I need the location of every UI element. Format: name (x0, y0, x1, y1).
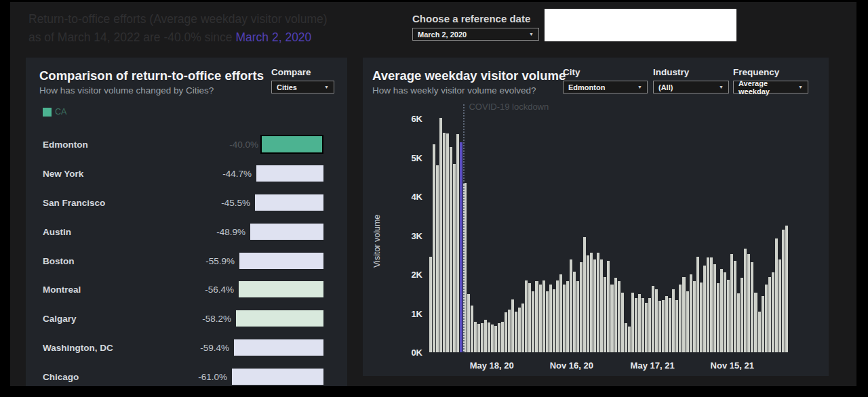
week-bar[interactable] (621, 293, 624, 352)
week-bar[interactable] (535, 281, 538, 352)
week-bar[interactable] (703, 266, 706, 352)
week-bar[interactable] (549, 285, 552, 352)
week-bar[interactable] (642, 298, 644, 352)
industry-dropdown[interactable]: (All) ▼ (653, 81, 729, 93)
comparison-bar[interactable] (260, 135, 323, 154)
week-bar[interactable] (730, 254, 733, 352)
week-bar[interactable] (563, 285, 566, 352)
week-bar[interactable] (737, 293, 740, 352)
week-bar[interactable] (762, 296, 764, 352)
week-bar[interactable] (583, 237, 586, 352)
week-bar[interactable] (494, 326, 497, 352)
week-bar[interactable] (453, 164, 456, 352)
week-bar[interactable] (765, 285, 768, 352)
week-bar[interactable] (744, 249, 747, 352)
comparison-bar[interactable] (234, 339, 323, 356)
week-bar[interactable] (580, 262, 583, 352)
week-bar[interactable] (525, 280, 528, 352)
week-bar[interactable] (491, 325, 494, 352)
week-bar[interactable] (593, 259, 596, 352)
week-bar[interactable] (566, 281, 569, 352)
week-bar[interactable] (576, 281, 579, 352)
week-bar[interactable] (747, 254, 750, 352)
comparison-bar[interactable] (239, 253, 323, 269)
comparison-bar[interactable] (256, 165, 323, 182)
week-bar[interactable] (782, 230, 785, 352)
week-bar[interactable] (669, 298, 671, 352)
frequency-dropdown[interactable]: Average weekday ▼ (733, 81, 808, 93)
week-bar[interactable] (720, 269, 723, 352)
week-bar[interactable] (682, 277, 685, 352)
comparison-bar[interactable] (250, 224, 323, 240)
week-bar[interactable] (481, 323, 484, 352)
week-bar[interactable] (717, 283, 719, 352)
week-bar[interactable] (443, 133, 446, 352)
week-bar[interactable] (446, 133, 449, 352)
week-bar[interactable] (587, 255, 589, 352)
week-bar[interactable] (754, 293, 757, 352)
week-bar[interactable] (518, 308, 521, 352)
week-bar[interactable] (556, 280, 559, 352)
compare-dropdown[interactable]: Cities ▼ (271, 81, 334, 93)
week-bar[interactable] (539, 285, 542, 352)
week-bar[interactable] (658, 301, 661, 352)
week-bar[interactable] (635, 298, 637, 352)
week-bar[interactable] (474, 322, 477, 352)
week-bar[interactable] (655, 289, 658, 352)
week-bar[interactable] (559, 274, 562, 352)
week-bar[interactable] (625, 323, 627, 352)
week-bar[interactable] (511, 299, 514, 352)
week-bar[interactable] (785, 226, 788, 352)
week-bar[interactable] (498, 323, 500, 352)
week-bar[interactable] (436, 165, 439, 352)
week-bar[interactable] (433, 144, 435, 352)
week-bar[interactable] (542, 280, 545, 352)
week-bar[interactable] (546, 291, 549, 352)
week-bar[interactable] (597, 253, 599, 352)
week-bar[interactable] (710, 257, 713, 352)
week-bar[interactable] (573, 272, 576, 352)
reference-date-dropdown[interactable]: March 2, 2020 ▼ (412, 28, 539, 41)
comparison-bar[interactable] (255, 194, 323, 211)
comparison-bar[interactable] (232, 369, 323, 385)
week-bar[interactable] (679, 285, 682, 352)
week-bar[interactable] (456, 134, 459, 352)
week-bar[interactable] (508, 310, 511, 352)
week-bar[interactable] (604, 277, 606, 352)
week-bar[interactable] (662, 300, 665, 352)
week-bar[interactable] (488, 322, 490, 352)
week-bar[interactable] (429, 257, 432, 352)
week-bar[interactable] (532, 291, 534, 352)
week-bar[interactable] (751, 262, 753, 352)
week-bar[interactable] (638, 294, 641, 352)
week-bar[interactable] (707, 257, 709, 352)
week-bar[interactable] (727, 280, 730, 352)
week-bar[interactable] (607, 261, 610, 352)
week-bar[interactable] (713, 264, 716, 352)
week-bar[interactable] (645, 303, 648, 352)
week-bar[interactable] (515, 312, 517, 352)
week-bar[interactable] (471, 306, 473, 352)
week-bar[interactable] (772, 272, 774, 352)
week-bar[interactable] (610, 285, 613, 352)
week-bar[interactable] (665, 296, 668, 352)
reference-week-bar[interactable] (460, 142, 462, 352)
week-bar[interactable] (693, 281, 696, 352)
week-bar[interactable] (553, 289, 555, 352)
comparison-bar[interactable] (236, 310, 323, 327)
week-bar[interactable] (631, 293, 634, 352)
week-bar[interactable] (521, 304, 524, 352)
week-bar[interactable] (768, 277, 771, 352)
comparison-bar[interactable] (239, 281, 323, 297)
week-bar[interactable] (724, 272, 726, 352)
city-dropdown[interactable]: Edmonton ▼ (563, 81, 648, 93)
week-bar[interactable] (690, 274, 692, 352)
week-bar[interactable] (775, 238, 778, 352)
week-bar[interactable] (672, 289, 675, 352)
week-bar[interactable] (600, 259, 603, 352)
week-bar[interactable] (484, 320, 487, 352)
week-bar[interactable] (675, 300, 678, 352)
week-bar[interactable] (505, 312, 507, 352)
week-bar[interactable] (648, 298, 651, 352)
week-bar[interactable] (570, 259, 572, 352)
